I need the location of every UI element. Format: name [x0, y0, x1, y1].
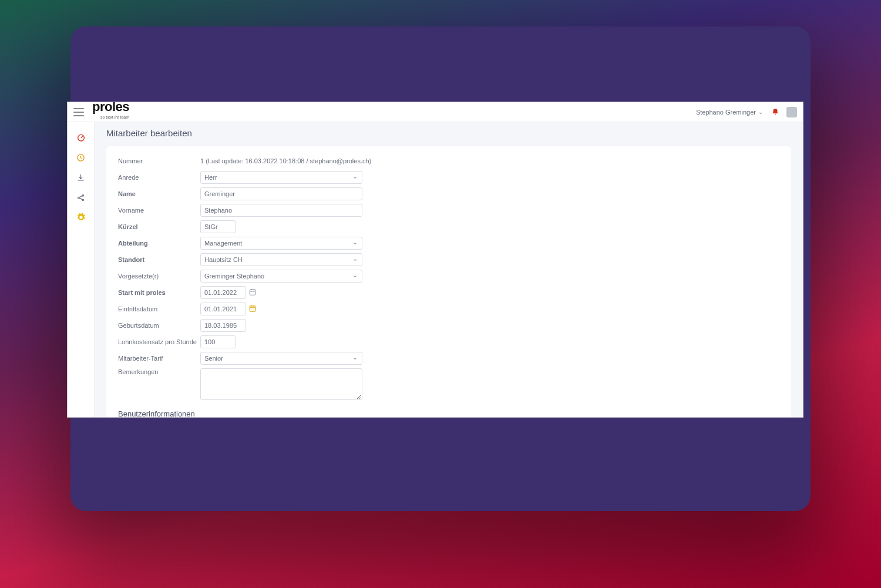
textarea-bemerkungen[interactable] [200, 368, 362, 400]
sidebar-dashboard-icon[interactable] [75, 132, 87, 143]
svg-point-4 [82, 199, 84, 201]
value-nummer: 1 (Last update: 16.03.2022 10:18:08 / st… [200, 157, 371, 164]
page-title: Mitarbeiter bearbeiten [106, 128, 791, 138]
label-nummer: Nummer [118, 157, 200, 164]
sidebar-download-icon[interactable] [75, 172, 87, 183]
label-eintritt: Eintrittsdatum [118, 305, 200, 313]
label-vorgesetzter: Vorgesetzte(r) [118, 273, 200, 280]
label-name: Name [118, 190, 200, 197]
section-benutzerinfo: Benutzerinformationen [118, 409, 779, 417]
input-lohn[interactable] [200, 335, 236, 348]
input-eintritt-date[interactable] [200, 303, 246, 315]
input-name[interactable] [200, 187, 362, 200]
select-abteilung[interactable] [200, 237, 362, 250]
label-start: Start mit proles [118, 289, 200, 296]
svg-rect-6 [250, 305, 255, 311]
user-menu-caret-icon[interactable]: ⌄ [758, 109, 763, 115]
label-abteilung: Abteilung [118, 240, 200, 247]
notifications-bell-icon[interactable] [771, 107, 779, 117]
input-kuerzel[interactable] [200, 220, 236, 233]
backdrop-panel: proles so tickt ihr team Stephano Gremin… [70, 26, 811, 511]
calendar-icon[interactable] [248, 304, 257, 314]
main-content: Mitarbeiter bearbeiten Nummer 1 (Last up… [95, 122, 803, 417]
sidebar-settings-icon[interactable] [75, 211, 87, 223]
calendar-icon[interactable] [248, 288, 257, 298]
menu-toggle-button[interactable] [73, 108, 84, 116]
label-kuerzel: Kürzel [118, 223, 200, 230]
input-geburt-date[interactable] [200, 319, 246, 332]
label-geburt: Geburtsdatum [118, 322, 200, 329]
input-start-date[interactable] [200, 286, 246, 299]
app-window: proles so tickt ihr team Stephano Gremin… [67, 102, 803, 418]
label-anrede: Anrede [118, 174, 200, 181]
sidebar-time-icon[interactable] [75, 152, 87, 163]
svg-point-2 [78, 197, 80, 199]
label-tarif: Mitarbeiter-Tarif [118, 355, 200, 362]
svg-rect-5 [250, 289, 255, 294]
input-vorname[interactable] [200, 204, 362, 217]
label-standort: Standort [118, 256, 200, 263]
select-vorgesetzter[interactable] [200, 270, 362, 283]
label-bemerkungen: Bemerkungen [118, 368, 200, 375]
sidebar-share-icon[interactable] [75, 191, 87, 203]
sidebar [68, 122, 95, 417]
select-tarif[interactable] [200, 352, 362, 365]
header-bar: proles so tickt ihr team Stephano Gremin… [68, 102, 803, 122]
user-avatar-icon[interactable] [786, 107, 797, 117]
svg-point-3 [82, 194, 84, 196]
label-vorname: Vorname [118, 207, 200, 214]
current-user-name[interactable]: Stephano Greminger [696, 109, 756, 116]
select-anrede[interactable] [200, 171, 362, 184]
brand-logo: proles so tickt ihr team [92, 102, 129, 123]
form-card: Nummer 1 (Last update: 16.03.2022 10:18:… [106, 146, 791, 417]
label-lohn: Lohnkostensatz pro Stunde [118, 338, 200, 345]
select-standort[interactable] [200, 253, 362, 266]
